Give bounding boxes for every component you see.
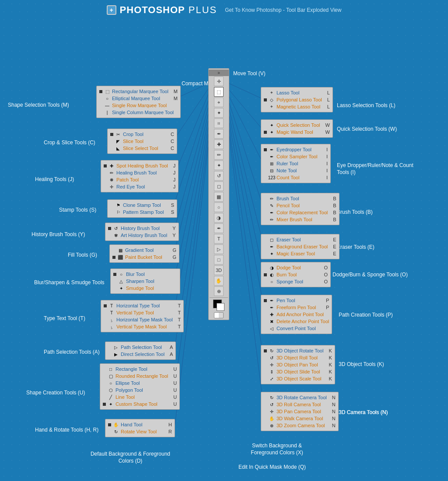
toolbar-stamp[interactable]: ✦	[214, 160, 224, 170]
toolbar-zoom[interactable]: ⊕	[214, 286, 224, 296]
tool-slice-select[interactable]: ◣ Slice Select Tool C	[110, 145, 174, 152]
toolbar-gradient[interactable]: ▦	[214, 192, 224, 202]
tool-3d-slide[interactable]: ⇕ 3D Object Slide Tool K	[264, 368, 332, 375]
tool-pen[interactable]: ✒ Pen Tool P	[264, 297, 329, 304]
tool-hand[interactable]: ✋ Hand Tool H	[108, 421, 172, 428]
tool-single-col[interactable]: | Single Column Marquee Tool	[99, 109, 178, 116]
tool-ellipse-marquee[interactable]: ○ Elliptical Marquee Tool M	[99, 95, 178, 102]
toolbar-pathsel[interactable]: ▷	[214, 244, 224, 254]
toolbar-shape[interactable]: □	[214, 255, 224, 265]
tool-add-anchor[interactable]: ✚ Add Anchor Point Tool	[264, 311, 329, 318]
tool-count[interactable]: 123 Count Tool I	[264, 174, 328, 181]
tool-ellipse-tool[interactable]: ○ Ellipse Tool U	[103, 380, 177, 387]
toolbar-mask-mode[interactable]	[214, 312, 224, 318]
tool-mixer-brush[interactable]: ✏ Mixer Brush Tool B	[264, 216, 336, 223]
tool-blur[interactable]: ○ Blur Tool	[113, 271, 177, 278]
tool-note[interactable]: ⊟ Note Tool I	[264, 167, 328, 174]
tool-rounded-rect[interactable]: ▢ Rounded Rectangle Tool U	[103, 373, 177, 380]
toolbar-historybrush[interactable]: ↺	[214, 171, 224, 181]
tool-3d-roll-cam[interactable]: ↺ 3D Roll Camera Tool N	[264, 401, 336, 408]
tool-paint-bucket[interactable]: ⬛ Paint Bucket Tool G	[112, 254, 176, 261]
tool-3d-rot-cam[interactable]: ↻ 3D Rotate Camera Tool N	[264, 394, 336, 401]
tool-delete-anchor[interactable]: ✖ Delete Anchor Point Tool	[264, 318, 329, 325]
tool-color-replacement[interactable]: ✒ Color Replacement Tool B	[264, 209, 336, 216]
tool-direct-sel[interactable]: ▶ Direct Selection Tool A	[108, 351, 173, 358]
tool-clone-stamp[interactable]: ⚑ Clone Stamp Tool S	[110, 202, 174, 209]
background-color[interactable]	[217, 303, 224, 311]
toolbar-colors[interactable]	[213, 300, 224, 311]
tool-key: E	[329, 237, 336, 242]
tool-key: U	[170, 387, 177, 393]
tool-3d-pan-cam[interactable]: ✛ 3D Pan Camera Tool N	[264, 408, 336, 415]
tool-history-brush[interactable]: ↺ History Brush Tool Y	[108, 225, 176, 232]
tool-3d-scale[interactable]: ⤢ 3D Object Scale Tool K	[264, 375, 332, 382]
toolbar-eyedropper[interactable]: ✒	[214, 129, 224, 139]
tool-key: Y	[169, 233, 175, 238]
toolbar-type[interactable]: T	[214, 234, 224, 244]
tool-rectangle[interactable]: □ Rectangle Tool U	[103, 366, 177, 373]
tool-custom-shape[interactable]: ✦ Custom Shape Tool U	[103, 401, 177, 408]
toolbar-quicksel[interactable]: ✦	[214, 108, 224, 118]
tool-3d-pan[interactable]: ✛ 3D Object Pan Tool K	[264, 361, 332, 368]
tool-v-type-mask[interactable]: ⍸ Vertical Type Mask Tool T	[104, 323, 181, 330]
tool-mag-lasso[interactable]: ⌖ Magnetic Lasso Tool L	[264, 103, 330, 110]
tool-burn[interactable]: ◐ Burn Tool O	[264, 271, 328, 278]
tool-healing-brush[interactable]: ✏ Healing Brush Tool J	[104, 169, 175, 176]
tool-eyedropper[interactable]: ✒ Eyedropper Tool I	[264, 146, 328, 153]
tool-lasso[interactable]: ⌖ Lasso Tool L	[264, 89, 330, 96]
poly-lasso-icon: ◇	[269, 97, 275, 103]
tool-3d-roll[interactable]: ↺ 3D Object Roll Tool K	[264, 354, 332, 361]
tool-pencil[interactable]: ✎ Pencil Tool B	[264, 202, 336, 209]
tool-ruler[interactable]: ⊞ Ruler Tool I	[264, 160, 328, 167]
tool-quick-sel[interactable]: ✦ Quick Selection Tool W	[264, 122, 330, 129]
tool-sharpen[interactable]: △ Sharpen Tool	[113, 278, 177, 285]
tool-magic-eraser[interactable]: ✦ Magic Eraser Tool E	[264, 250, 336, 257]
tool-art-history-brush[interactable]: ✾ Art History Brush Tool Y	[108, 232, 176, 239]
tool-line[interactable]: ╱ Line Tool U	[103, 394, 177, 401]
tool-h-type[interactable]: T Horizontal Type Tool T	[104, 302, 181, 309]
tool-brush[interactable]: ✏ Brush Tool B	[264, 195, 336, 202]
toolbar-pen[interactable]: ✒	[214, 223, 224, 233]
toolbar-marquee[interactable]: ⬚	[214, 87, 224, 97]
tool-3d-zoom-cam[interactable]: ⊕ 3D Zoom Camera Tool N	[264, 422, 336, 429]
toolbar-brush[interactable]: ✏	[214, 150, 224, 160]
tool-h-type-mask[interactable]: ⍸ Horizontal Type Mask Tool T	[104, 316, 181, 323]
tool-3d-walk-cam[interactable]: ✋ 3D Walk Camera Tool N	[264, 415, 336, 422]
tool-v-type[interactable]: T Vertical Type Tool T	[104, 309, 181, 316]
tool-rect-marquee[interactable]: ⬚ Rectangular Marquee Tool M	[99, 88, 178, 95]
tool-path-sel[interactable]: ▷ Path Selection Tool A	[108, 344, 173, 351]
tool-rotate-view[interactable]: ↻ Rotate View Tool R	[108, 428, 172, 435]
tool-red-eye[interactable]: ✛ Red Eye Tool J	[104, 183, 175, 190]
toolbar-hand[interactable]: ✋	[214, 276, 224, 286]
tool-patch[interactable]: ❋ Patch Tool J	[104, 176, 175, 183]
tool-spot-healing[interactable]: ✚ Spot Healing Brush Tool J	[104, 162, 175, 169]
toolbar-blur[interactable]: ○	[214, 202, 224, 212]
tool-bg-eraser[interactable]: ✒ Background Eraser Tool E	[264, 243, 336, 250]
tool-sponge[interactable]: ○ Sponge Tool O	[264, 278, 328, 285]
tool-color-sampler[interactable]: ✒ Color Sampler Tool I	[264, 153, 328, 160]
tool-single-row[interactable]: — Single Row Marquee Tool	[99, 102, 178, 109]
toolbar-crop[interactable]: ⌗	[214, 119, 224, 128]
bullet-empty	[103, 375, 106, 378]
toolbar-header[interactable]: »	[209, 70, 229, 76]
toolbar-heal[interactable]: ✚	[214, 139, 224, 149]
tool-smudge[interactable]: ✦ Smudge Tool	[113, 285, 177, 292]
tool-convert-point[interactable]: ◁ Convert Point Tool	[264, 325, 329, 332]
toolbar-eraser[interactable]: ◻	[214, 181, 224, 191]
toolbar-move[interactable]: ✛	[214, 77, 224, 86]
toolbar-dodge[interactable]: ◑	[214, 213, 224, 223]
svg-line-11	[229, 84, 262, 99]
tool-dodge[interactable]: ◑ Dodge Tool O	[264, 264, 328, 271]
tool-eraser[interactable]: ◻ Eraser Tool E	[264, 236, 336, 243]
tool-slice[interactable]: ◤ Slice Tool C	[110, 138, 174, 145]
tool-poly-lasso[interactable]: ◇ Polygonal Lasso Tool L	[264, 96, 330, 103]
tool-freeform-pen[interactable]: ✒ Freeform Pen Tool P	[264, 304, 329, 311]
toolbar-lasso[interactable]: ⌖	[214, 98, 224, 107]
tool-gradient[interactable]: ▦ Gradient Tool G	[112, 247, 176, 254]
tool-pattern-stamp[interactable]: ⚐ Pattern Stamp Tool S	[110, 209, 174, 216]
tool-3d-rotate[interactable]: ↻ 3D Object Rotate Tool K	[264, 347, 332, 354]
tool-crop[interactable]: ✂ Crop Tool C	[110, 131, 174, 138]
tool-polygon[interactable]: ⬡ Polygon Tool U	[103, 387, 177, 394]
tool-magic-wand[interactable]: ✦ Magic Wand Tool W	[264, 129, 330, 136]
toolbar-3d[interactable]: 3D	[214, 265, 224, 275]
